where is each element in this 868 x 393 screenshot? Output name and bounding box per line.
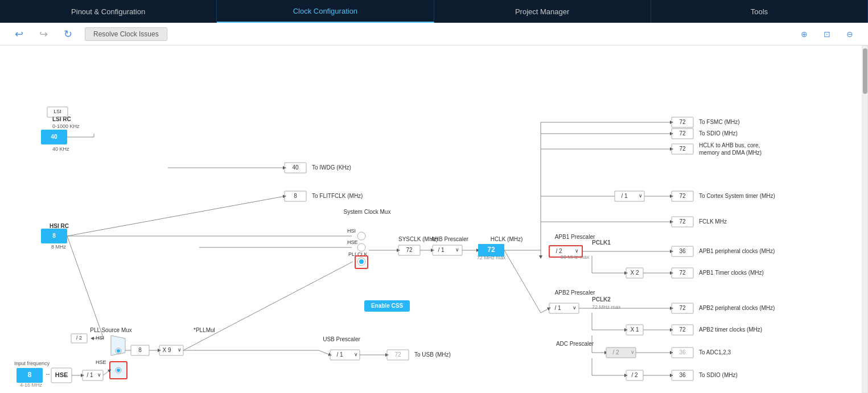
svg-text:X 2: X 2	[630, 270, 639, 276]
apb1-max-label: 36 MHz max	[561, 254, 590, 260]
tab-project[interactable]: Project Manager	[434, 0, 651, 23]
hsi-rc-label: HSI RC	[50, 223, 69, 229]
svg-text:X 9: X 9	[162, 347, 171, 353]
hse-mux-radio[interactable]	[357, 243, 365, 251]
svg-text:36: 36	[679, 372, 686, 378]
svg-point-23	[117, 369, 120, 372]
zoom-out-button[interactable]: ⊖	[843, 28, 857, 40]
svg-text:72: 72	[406, 247, 413, 253]
svg-text:72: 72	[679, 218, 686, 225]
apb1-periph-label: APB1 peripheral clocks (MHz)	[699, 248, 775, 254]
svg-text:72: 72	[679, 305, 686, 311]
undo-button[interactable]: ↩	[11, 27, 27, 42]
svg-text:72: 72	[679, 146, 686, 152]
svg-rect-111	[862, 45, 868, 393]
svg-text:∨: ∨	[354, 351, 358, 357]
svg-point-34	[359, 259, 364, 264]
top-navigation: Pinout & Configuration Clock Configurati…	[0, 0, 868, 23]
lsi-rc-label: LSI RC	[52, 116, 71, 122]
ahb-prescaler-label: AHB Prescaler	[431, 236, 468, 242]
svg-text:∨: ∨	[573, 305, 577, 311]
svg-text:40: 40	[292, 164, 299, 171]
adc-label: To ADC1,2,3	[699, 349, 731, 355]
fsmc-label: To FSMC (MHz)	[699, 119, 740, 125]
svg-text:/ 1: / 1	[554, 305, 561, 311]
hse-range-label: 4-16 MHz	[20, 382, 43, 388]
hse-sys-label: HSE	[347, 239, 358, 245]
hclk-max-label: 72 MHz max	[477, 255, 506, 260]
svg-text:8: 8	[138, 347, 142, 353]
usb-label: To USB (MHz)	[414, 351, 451, 358]
svg-text:72: 72	[487, 246, 495, 254]
fclk-label: FCLK MHz	[699, 218, 727, 225]
adc-prescaler-label: ADC Prescaler	[556, 341, 594, 347]
sdio-top-label: To SDIO (MHz)	[699, 130, 738, 136]
cortex-label: To Cortex System timer (MHz)	[699, 193, 775, 199]
svg-point-21	[117, 349, 120, 353]
hclk-ahb-label2: memory and DMA (MHz)	[699, 150, 762, 156]
hse-mux-label: HSE	[96, 359, 106, 365]
svg-line-24	[103, 370, 110, 375]
svg-line-105	[319, 350, 330, 355]
svg-line-16	[67, 236, 104, 338]
tab-pinout[interactable]: Pinout & Configuration	[0, 0, 217, 23]
system-clock-mux-label: System Clock Mux	[344, 209, 391, 215]
pll-source-mux-label: PLL Source Mux	[90, 327, 132, 333]
svg-text:/ 1: / 1	[336, 351, 343, 358]
hsi-rc-value: 8	[52, 233, 56, 239]
pll-mul-label: *PLLMul	[194, 327, 215, 333]
svg-text:72: 72	[679, 119, 686, 125]
pclk2-label: PCLK2	[592, 296, 611, 303]
svg-text:72: 72	[679, 326, 686, 333]
svg-text:∨: ∨	[97, 372, 101, 378]
apb1-timer-label: APB1 Timer clocks (MHz)	[699, 270, 764, 276]
clock-diagram-canvas: LSI RC 0-1000 KHz 40 40 KHz LSI 40 To IW…	[0, 45, 868, 393]
svg-text:∨: ∨	[178, 347, 182, 353]
scrollbar-thumb[interactable]	[863, 48, 867, 94]
lsi-khz-label: 40 KHz	[52, 146, 69, 152]
apb2-max-label: 72 MHz max	[592, 304, 621, 310]
svg-text:∨: ∨	[639, 193, 643, 198]
svg-text:/ 2: / 2	[612, 349, 619, 355]
svg-text:72: 72	[679, 193, 686, 199]
toolbar: ↩ ↪ ↻ Resolve Clock Issues ⊕ ⊡ ⊖	[0, 23, 868, 45]
hsi-mhz-label: 8 MHz	[51, 244, 67, 250]
zoom-in-button[interactable]: ⊕	[797, 28, 811, 40]
svg-text:/ 1: / 1	[621, 193, 628, 199]
tab-clock[interactable]: Clock Configuration	[217, 0, 434, 23]
fit-button[interactable]: ⊡	[820, 28, 834, 40]
svg-text:∨: ∨	[575, 248, 579, 254]
apb2-periph-label: APB2 peripheral clocks (MHz)	[699, 305, 775, 311]
svg-text:36: 36	[679, 349, 686, 355]
refresh-button[interactable]: ↻	[60, 27, 76, 42]
input-freq-label: Input frequency	[14, 361, 50, 366]
resolve-clock-issues-button[interactable]: Resolve Clock Issues	[85, 27, 167, 41]
pclk1-label: PCLK1	[592, 239, 611, 246]
svg-text:HSE: HSE	[55, 371, 68, 378]
lsi-range-label: 0-1000 KHz	[52, 123, 80, 129]
svg-text:36: 36	[679, 248, 686, 254]
svg-text:∨: ∨	[631, 349, 635, 355]
apb1-prescaler-label: APB1 Prescaler	[555, 234, 595, 240]
svg-text:LSI: LSI	[54, 109, 61, 114]
hclk-label: HCLK (MHz)	[491, 236, 523, 242]
tab-tools[interactable]: Tools	[651, 0, 868, 23]
svg-text:Enable CSS: Enable CSS	[371, 303, 403, 309]
svg-text:72: 72	[679, 130, 686, 136]
svg-text:/ 1: / 1	[438, 247, 445, 253]
hsi-sys-label: HSI	[347, 228, 356, 234]
svg-text:8: 8	[294, 193, 297, 199]
usb-prescaler-label: USB Prescaler	[323, 336, 360, 342]
sdio-bottom-label: To SDIO (MHz)	[699, 372, 738, 378]
lsi-rc-value: 40	[51, 134, 57, 140]
redo-button[interactable]: ↪	[36, 27, 51, 42]
hsi-mux-radio[interactable]	[357, 232, 365, 240]
hclk-ahb-label: HCLK to AHB bus, core,	[699, 142, 760, 148]
svg-text:X 1: X 1	[630, 326, 639, 333]
svg-line-76	[504, 250, 541, 313]
hsi-mux-label: HSI	[96, 335, 104, 341]
apb2-prescaler-label: APB2 Prescaler	[555, 289, 595, 296]
svg-text:/ 2: / 2	[631, 372, 638, 378]
svg-line-7	[67, 196, 285, 236]
svg-text:∨: ∨	[455, 247, 459, 253]
